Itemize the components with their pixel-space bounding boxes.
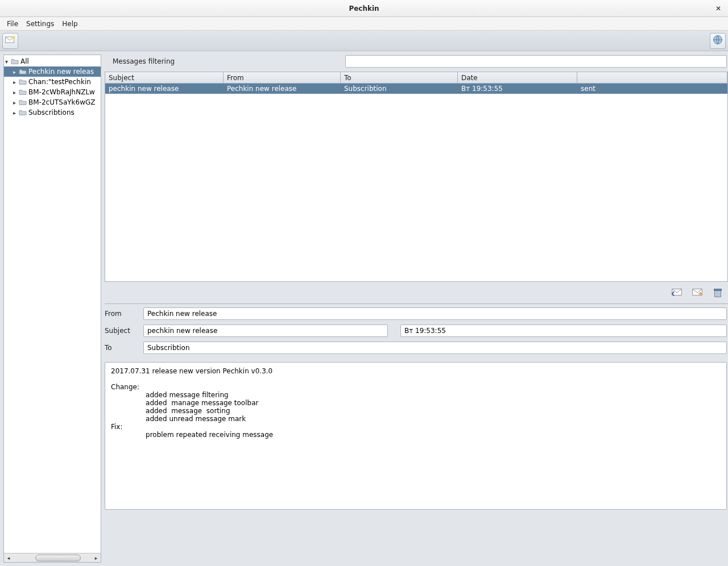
scrollbar-thumb[interactable] xyxy=(35,555,81,561)
svg-rect-5 xyxy=(715,290,721,297)
column-header-subject[interactable]: Subject xyxy=(105,72,224,83)
cell-from: Pechkin new release xyxy=(224,85,341,93)
network-button[interactable] xyxy=(710,33,726,49)
cell-status: sent xyxy=(577,85,727,93)
globe-icon xyxy=(712,34,723,47)
filter-input[interactable] xyxy=(345,55,727,68)
tree-node[interactable]: ▸ Chan:"testPechkin xyxy=(4,77,101,87)
tree-label: Chan:"testPechkin xyxy=(28,78,91,86)
folder-icon xyxy=(19,109,27,116)
from-label: From xyxy=(105,310,138,318)
tree-node[interactable]: ▸ BM-2cWbRaJhNZLw xyxy=(4,87,101,97)
compose-mail-icon xyxy=(5,34,16,47)
cell-to: Subscribtion xyxy=(341,85,458,93)
to-label: To xyxy=(105,344,138,352)
message-body[interactable]: 2017.07.31 release new version Pechkin v… xyxy=(105,362,727,510)
table-body: pechkin new release Pechkin new release … xyxy=(105,84,727,281)
trash-icon xyxy=(711,286,725,301)
forward-mail-icon xyxy=(690,286,704,301)
forward-button[interactable] xyxy=(688,285,706,301)
message-toolbar xyxy=(105,282,728,304)
tree-node[interactable]: ▸ Subscribtions xyxy=(4,107,101,118)
column-header-from[interactable]: From xyxy=(224,72,341,83)
folder-tree: ▾ All ▸ Pechkin new releas ▸ Chan:"testP… xyxy=(4,55,101,553)
window-title: Pechkin xyxy=(349,5,379,13)
column-header-to[interactable]: To xyxy=(341,72,458,83)
tree-node[interactable]: ▸ Pechkin new releas xyxy=(4,66,101,77)
reply-mail-icon xyxy=(670,286,684,301)
from-field[interactable]: Pechkin new release xyxy=(143,307,727,320)
close-icon[interactable]: ✕ xyxy=(715,5,723,13)
tree-label: Subscribtions xyxy=(28,109,75,116)
date-field[interactable]: Вт 19:53:55 xyxy=(400,324,727,337)
svg-point-1 xyxy=(12,36,15,39)
folder-icon xyxy=(19,78,27,85)
svg-rect-6 xyxy=(714,289,722,290)
scroll-right-icon[interactable]: ▸ xyxy=(92,554,101,562)
chevron-right-icon: ▸ xyxy=(13,99,19,106)
chevron-right-icon: ▸ xyxy=(13,69,19,75)
horizontal-scrollbar[interactable]: ◂ ▸ xyxy=(4,553,101,562)
tree-node-all[interactable]: ▾ All xyxy=(4,56,101,66)
to-field[interactable]: Subscribtion xyxy=(143,342,727,354)
folder-icon xyxy=(11,58,19,65)
cell-subject: pechkin new release xyxy=(105,85,224,93)
reply-button[interactable] xyxy=(668,285,686,301)
filter-label: Messages filtering xyxy=(113,57,175,65)
main-toolbar xyxy=(0,31,728,51)
folder-icon xyxy=(19,99,27,106)
tree-label: BM-2cUTSaYk6wGZ xyxy=(28,98,95,106)
menu-settings[interactable]: Settings xyxy=(23,19,57,29)
tree-label: All xyxy=(20,57,29,65)
chevron-right-icon: ▸ xyxy=(13,79,19,85)
tree-node[interactable]: ▸ BM-2cUTSaYk6wGZ xyxy=(4,97,101,107)
delete-button[interactable] xyxy=(709,285,727,301)
column-header-date[interactable]: Date xyxy=(458,72,577,83)
chevron-right-icon: ▸ xyxy=(13,89,19,95)
folder-icon xyxy=(19,89,27,95)
content-area: ▾ All ▸ Pechkin new releas ▸ Chan:"testP… xyxy=(0,51,728,566)
tree-label: Pechkin new releas xyxy=(28,68,94,76)
chevron-right-icon: ▸ xyxy=(13,110,19,116)
table-header-row: Subject From To Date xyxy=(105,72,727,84)
table-row[interactable]: pechkin new release Pechkin new release … xyxy=(105,84,727,94)
app-window: Pechkin ✕ File Settings Help xyxy=(0,0,728,566)
subject-label: Subject xyxy=(105,327,138,335)
menu-file[interactable]: File xyxy=(3,19,22,29)
folder-icon xyxy=(19,68,27,75)
main-panel: Messages filtering Subject From To Date … xyxy=(101,51,728,566)
subject-field[interactable]: pechkin new release xyxy=(143,324,388,337)
cell-date: Вт 19:53:55 xyxy=(458,85,577,93)
menu-help[interactable]: Help xyxy=(59,19,81,29)
menubar: File Settings Help xyxy=(0,17,728,31)
message-table: Subject From To Date pechkin new release… xyxy=(105,72,728,282)
folder-sidebar: ▾ All ▸ Pechkin new releas ▸ Chan:"testP… xyxy=(3,55,101,563)
titlebar: Pechkin ✕ xyxy=(0,0,728,17)
compose-button[interactable] xyxy=(2,33,18,49)
filter-row: Messages filtering xyxy=(105,55,728,72)
tree-label: BM-2cWbRaJhNZLw xyxy=(28,88,95,96)
column-header-status[interactable] xyxy=(577,72,727,83)
message-detail: From Pechkin new release Subject pechkin… xyxy=(105,307,728,510)
scroll-left-icon[interactable]: ◂ xyxy=(4,554,13,562)
chevron-down-icon: ▾ xyxy=(5,59,11,65)
